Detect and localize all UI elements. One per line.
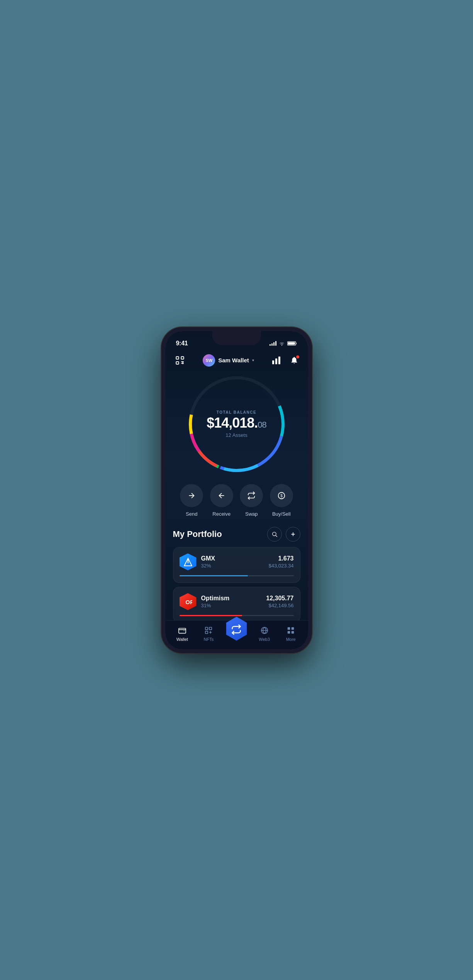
web3-nav-label: Web3 (259, 637, 270, 642)
add-asset-button[interactable] (286, 527, 300, 542)
svg-rect-30 (179, 628, 186, 633)
action-buttons: Send Receive (165, 476, 308, 521)
nfts-icon (203, 625, 214, 635)
balance-circle: TOTAL BALANCE $14,018.08 12 Assets (185, 372, 289, 476)
nfts-nav-label: NFTs (204, 637, 214, 642)
portfolio-section: My Portfolio (165, 521, 308, 620)
more-nav-label: More (286, 637, 296, 642)
more-icon (286, 625, 296, 635)
nav-web3[interactable]: Web3 (254, 625, 275, 642)
portfolio-actions (267, 527, 300, 542)
wallet-selector[interactable]: SW Sam Wallet ▾ (203, 354, 254, 367)
wallet-icon (177, 625, 187, 635)
balance-amount: $14,018.08 (198, 416, 275, 430)
gmx-asset-card[interactable]: GMX 32% 1.673 $43,023.34 (173, 547, 300, 583)
phone-frame: 9:41 (161, 327, 312, 653)
status-time: 9:41 (176, 340, 188, 347)
balance-label: TOTAL BALANCE (198, 410, 275, 414)
gmx-progress-fill (180, 575, 248, 576)
optimism-value: $42,149.56 (266, 603, 293, 608)
swap-label: Swap (245, 511, 258, 517)
gmx-values: 1.673 $43,023.34 (268, 555, 293, 569)
optimism-amount: 12,305.77 (266, 595, 293, 602)
buysell-button[interactable]: $ Buy/Sell (270, 484, 293, 517)
asset-list: GMX 32% 1.673 $43,023.34 (173, 547, 300, 620)
wallet-name: Sam Wallet (218, 357, 249, 363)
header-right (270, 354, 300, 367)
receive-label: Receive (212, 511, 231, 517)
balance-assets: 12 Assets (198, 432, 275, 438)
gmx-asset-row: GMX 32% 1.673 $43,023.34 (180, 554, 294, 571)
scan-button[interactable] (173, 353, 187, 367)
svg-rect-35 (288, 627, 290, 629)
chevron-down-icon: ▾ (252, 358, 254, 362)
send-icon (180, 484, 203, 507)
optimism-pct: 31% (201, 603, 230, 608)
wallet-nav-label: Wallet (176, 637, 188, 642)
balance-section: TOTAL BALANCE $14,018.08 12 Assets (165, 372, 308, 476)
svg-rect-10 (278, 357, 280, 364)
swap-center-icon (231, 624, 242, 635)
swap-icon (240, 484, 263, 507)
wallet-avatar: SW (203, 354, 215, 367)
gmx-amount: 1.673 (268, 555, 293, 562)
nav-wallet[interactable]: Wallet (171, 625, 193, 642)
balance-cents: 08 (258, 420, 266, 430)
optimism-logo: OP (180, 593, 197, 610)
signal-icon (270, 341, 276, 346)
gmx-progress-bar (180, 575, 294, 576)
bell-button[interactable] (288, 354, 300, 367)
svg-rect-38 (292, 631, 294, 633)
nav-nfts[interactable]: NFTs (198, 625, 219, 642)
svg-rect-32 (209, 627, 212, 629)
buysell-icon: $ (270, 484, 293, 507)
gmx-details: GMX 32% (201, 555, 215, 569)
svg-text:OP: OP (185, 598, 192, 605)
svg-rect-8 (272, 360, 274, 364)
send-button[interactable]: Send (180, 484, 203, 517)
optimism-progress-fill (180, 615, 242, 616)
svg-rect-31 (205, 627, 208, 629)
header: SW Sam Wallet ▾ (165, 350, 308, 372)
optimism-values: 12,305.77 $42,149.56 (266, 595, 293, 608)
optimism-name: Optimism (201, 595, 230, 602)
gmx-logo (180, 554, 197, 571)
buysell-label: Buy/Sell (272, 511, 291, 517)
svg-rect-3 (181, 357, 184, 359)
wifi-icon (279, 341, 285, 346)
receive-button[interactable]: Receive (210, 484, 233, 517)
optimism-asset-card[interactable]: OP Optimism 31% 12,305.77 $42,149.56 (173, 587, 300, 620)
optimism-progress-bar (180, 615, 294, 616)
screen: 9:41 (165, 331, 308, 649)
svg-rect-9 (275, 358, 277, 364)
gmx-value: $43,023.34 (268, 563, 293, 569)
svg-rect-37 (288, 631, 290, 633)
gmx-name: GMX (201, 555, 215, 562)
svg-point-23 (272, 532, 276, 535)
status-icons (270, 341, 297, 346)
svg-rect-36 (292, 627, 294, 629)
optimism-details: Optimism 31% (201, 595, 230, 608)
svg-rect-1 (288, 342, 295, 345)
portfolio-title: My Portfolio (173, 529, 222, 539)
balance-whole: $14,018. (207, 415, 258, 431)
svg-line-24 (276, 535, 277, 537)
gmx-asset-left: GMX 32% (180, 554, 215, 571)
swap-button[interactable]: Swap (240, 484, 263, 517)
center-action-button[interactable] (224, 617, 248, 641)
svg-rect-4 (176, 362, 179, 364)
optimism-asset-row: OP Optimism 31% 12,305.77 $42,149.56 (180, 593, 294, 610)
notch (212, 331, 261, 345)
battery-icon (287, 341, 297, 346)
notification-badge (296, 355, 300, 359)
balance-info: TOTAL BALANCE $14,018.08 12 Assets (198, 410, 275, 438)
chart-icon[interactable] (270, 354, 283, 367)
svg-rect-2 (176, 357, 179, 359)
search-button[interactable] (267, 527, 282, 542)
send-label: Send (186, 511, 197, 517)
optimism-asset-left: OP Optimism 31% (180, 593, 230, 610)
portfolio-header: My Portfolio (173, 527, 300, 542)
bottom-nav: Wallet NFTs (165, 620, 308, 649)
svg-rect-33 (205, 631, 208, 633)
nav-more[interactable]: More (280, 625, 302, 642)
